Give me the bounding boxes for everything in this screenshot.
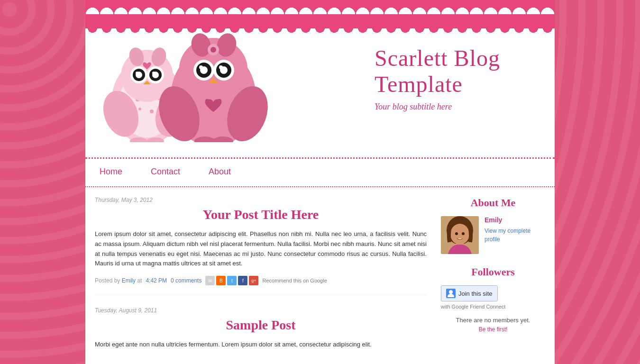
svg-point-49: [462, 232, 465, 235]
profile-photo: [441, 216, 479, 254]
nav-item-about[interactable]: About: [204, 164, 236, 179]
post-2: Tuesday, August 9, 2011 Sample Post Morb…: [95, 307, 427, 350]
post-1-title: Your Post Title Here: [95, 207, 427, 222]
post-1-date: Thursday, May 3, 2012: [95, 197, 427, 203]
post-2-date: Tuesday, August 9, 2011: [95, 307, 427, 314]
nav-bar: Home Contact About: [85, 159, 555, 187]
followers-title: Followers: [441, 266, 545, 278]
about-me-section: About Me: [441, 197, 545, 254]
about-me-title: About Me: [441, 197, 545, 209]
top-scallop-decoration: [85, 0, 555, 14]
share-twitter-icon[interactable]: t: [227, 276, 237, 285]
profile-info: Emily View my complete profile: [485, 216, 545, 243]
post-2-body: Morbi eget ante non nulla ultricies ferm…: [95, 340, 427, 350]
svg-point-19: [136, 72, 138, 74]
post-1-comments[interactable]: 0 comments: [171, 277, 201, 284]
owl-illustration: [85, 14, 270, 142]
blog-header: Scarlett Blog Template Your blog subtitl…: [85, 14, 555, 159]
svg-point-9: [150, 109, 154, 113]
blog-subtitle: Your blog subtitle here: [375, 102, 545, 112]
post-2-title: Sample Post: [95, 318, 427, 333]
svg-point-48: [455, 232, 458, 235]
recommend-text: Recommend this on Google: [262, 278, 327, 283]
followers-section: Followers Join this site with Google Fri…: [441, 266, 545, 333]
view-profile-link[interactable]: View my complete profile: [485, 228, 530, 243]
nav-item-contact[interactable]: Contact: [146, 164, 185, 179]
blog-title: Scarlett Blog Template: [375, 45, 545, 97]
content-area: Thursday, May 3, 2012 Your Post Title He…: [85, 187, 555, 364]
no-members-text: There are no members yet.: [441, 317, 545, 324]
svg-point-8: [138, 108, 141, 110]
profile-name: Emily: [485, 216, 545, 224]
nav-item-home[interactable]: Home: [95, 164, 127, 179]
svg-point-47: [450, 224, 469, 245]
share-email-icon[interactable]: ✉: [205, 276, 215, 285]
svg-point-20: [152, 72, 155, 74]
post-1-body: Lorem ipsum dolor sit amet, consectetur …: [95, 229, 427, 269]
post-1-author-link[interactable]: Emily: [122, 277, 136, 284]
share-gplus-icon[interactable]: g+: [249, 276, 258, 285]
post-1-footer: Posted by Emily at 4:42 PM 0 comments ✉ …: [95, 276, 427, 295]
svg-point-31: [210, 47, 216, 53]
post-1-author-label: Posted by Emily at: [95, 277, 142, 284]
post-1-time[interactable]: 4:42 PM: [146, 277, 167, 284]
share-facebook-icon[interactable]: f: [238, 276, 247, 285]
main-content: Thursday, May 3, 2012 Your Post Title He…: [95, 197, 441, 364]
about-me-profile: Emily View my complete profile: [441, 216, 545, 254]
be-first-link[interactable]: Be the first!: [441, 326, 545, 333]
share-blog-icon[interactable]: B: [216, 276, 226, 285]
google-friend-text: with Google Friend Connect: [441, 304, 545, 309]
svg-point-51: [449, 290, 453, 294]
post-1: Thursday, May 3, 2012 Your Post Title He…: [95, 197, 427, 295]
sidebar: About Me: [441, 197, 545, 364]
join-site-button[interactable]: Join this site: [441, 285, 498, 301]
svg-point-38: [199, 65, 203, 69]
join-icon: [446, 289, 456, 298]
join-btn-label: Join this site: [458, 290, 493, 297]
share-icons: ✉ B t f g+: [205, 276, 258, 285]
svg-point-39: [219, 65, 223, 69]
